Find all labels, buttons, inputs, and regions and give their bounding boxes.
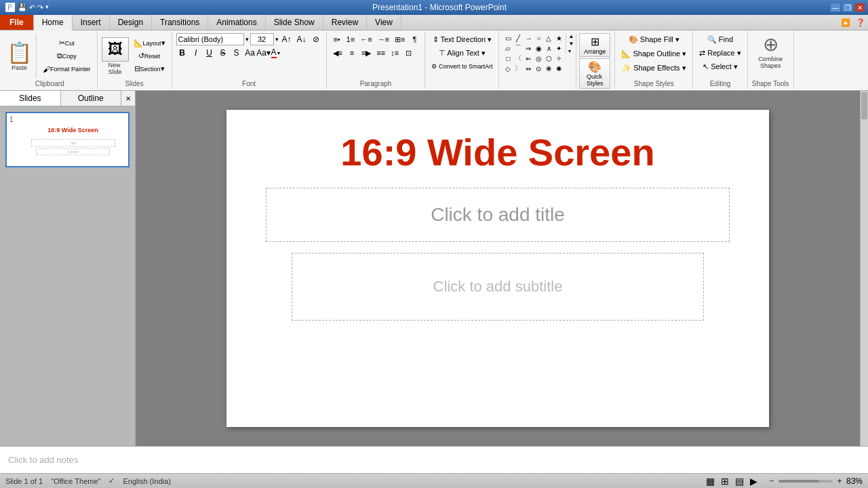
shape-11-btn[interactable]: ◎ xyxy=(534,54,543,63)
increase-indent-btn[interactable]: →≡ xyxy=(376,33,391,45)
font-name-arrow[interactable]: ▾ xyxy=(245,36,249,43)
tab-slideshow[interactable]: Slide Show xyxy=(266,15,323,30)
save-btn[interactable]: 💾 xyxy=(18,3,27,12)
shape-6-btn[interactable]: ∧ xyxy=(544,43,553,53)
align-text-btn[interactable]: ⊤ Align Text ▾ xyxy=(429,47,494,59)
shape-13-btn[interactable]: ✧ xyxy=(554,54,564,63)
tab-view[interactable]: View xyxy=(367,15,401,30)
shape-18-btn[interactable]: ❋ xyxy=(544,64,553,73)
justify-btn[interactable]: ≡≡ xyxy=(374,47,387,59)
bold-button[interactable]: B xyxy=(176,47,189,59)
shape-fill-btn[interactable]: 🎨 Shape Fill ▾ xyxy=(619,33,688,45)
paragraph-direction-btn[interactable]: ¶ xyxy=(408,33,420,45)
close-btn[interactable]: ✕ xyxy=(854,3,865,12)
shapes-scroll-down[interactable]: ▼ xyxy=(568,41,574,47)
maximize-btn[interactable]: ❐ xyxy=(842,3,853,12)
smart-art-btn[interactable]: ⊡ xyxy=(402,47,414,59)
increase-font-btn[interactable]: A↑ xyxy=(280,33,294,45)
paste-button[interactable]: 📋 Paste xyxy=(7,33,37,79)
quick-styles-button[interactable]: 🎨 QuickStyles xyxy=(579,58,610,89)
section-button[interactable]: ⊟ Section ▾ xyxy=(132,63,167,75)
align-left-btn[interactable]: ◀≡ xyxy=(331,47,344,59)
column-btn[interactable]: ⊞≡ xyxy=(393,33,407,45)
shape-outline-btn[interactable]: 📐 Shape Outline ▾ xyxy=(619,47,688,60)
tab-design[interactable]: Design xyxy=(110,15,152,30)
sidebar-close-btn[interactable]: ✕ xyxy=(121,91,135,106)
reset-button[interactable]: ↺ Reset xyxy=(132,50,167,62)
underline-button[interactable]: U xyxy=(203,47,216,59)
char-spacing-btn[interactable]: Aa xyxy=(244,47,256,59)
reading-view-btn[interactable]: ▤ xyxy=(733,475,746,487)
shapes-more-btn[interactable]: ▾ xyxy=(568,48,574,54)
shape-7-btn[interactable]: ✦ xyxy=(554,43,564,53)
clear-format-btn[interactable]: ⊘ xyxy=(310,33,322,45)
shape-effects-btn[interactable]: ✨ Shape Effects ▾ xyxy=(619,62,688,74)
shape-rect-btn[interactable]: ▭ xyxy=(503,33,513,43)
copy-button[interactable]: ⧉ Copy xyxy=(41,50,93,62)
tab-transitions[interactable]: Transitions xyxy=(152,15,208,30)
shape-4-btn[interactable]: ⇒ xyxy=(524,43,533,53)
font-name-input[interactable] xyxy=(176,33,244,45)
font-size-input[interactable] xyxy=(250,33,274,45)
tab-insert[interactable]: Insert xyxy=(73,15,110,30)
font-size-arrow[interactable]: ▾ xyxy=(275,36,279,43)
slideshow-btn[interactable]: ▶ xyxy=(748,475,760,487)
shape-16-btn[interactable]: ⇔ xyxy=(524,64,533,73)
strikethrough-button[interactable]: S xyxy=(217,47,229,59)
shape-8-btn[interactable]: □ xyxy=(503,54,513,63)
line-spacing-btn[interactable]: ↕≡ xyxy=(389,47,401,59)
italic-button[interactable]: I xyxy=(190,47,202,59)
decrease-font-btn[interactable]: A↓ xyxy=(295,33,309,45)
combine-shapes-button[interactable]: ⊕ CombineShapes xyxy=(758,33,783,69)
layout-button[interactable]: 📐 Layout ▾ xyxy=(132,37,167,49)
slide-thumbnail-1[interactable]: 1 16:9 Wide Screen Title Subtitle xyxy=(5,112,130,167)
notes-area[interactable]: Click to add notes xyxy=(0,446,868,473)
title-placeholder-box[interactable]: Click to add title xyxy=(266,188,730,242)
replace-button[interactable]: ⇄ Replace ▾ xyxy=(697,47,743,59)
zoom-in-btn[interactable]: ＋ xyxy=(835,475,844,487)
ribbon-collapse-btn[interactable]: 🔼 xyxy=(838,15,853,30)
tab-home[interactable]: Home xyxy=(34,15,73,30)
shape-14-btn[interactable]: ◇ xyxy=(503,64,513,73)
tab-outline[interactable]: Outline xyxy=(61,91,122,106)
cut-button[interactable]: ✂ Cut xyxy=(41,37,93,49)
normal-view-btn[interactable]: ▦ xyxy=(704,475,717,487)
shape-star-btn[interactable]: ★ xyxy=(554,33,564,43)
shapes-scroll-up[interactable]: ▲ xyxy=(568,33,574,39)
new-slide-button[interactable]: 🖼 NewSlide xyxy=(102,37,129,75)
zoom-slider[interactable] xyxy=(778,480,833,483)
bullets-btn[interactable]: ≡• xyxy=(331,33,343,45)
ribbon-help-btn[interactable]: ❓ xyxy=(853,15,868,30)
minimize-btn[interactable]: — xyxy=(830,3,841,12)
decrease-indent-btn[interactable]: ←≡ xyxy=(358,33,374,45)
shape-19-btn[interactable]: ✺ xyxy=(554,64,564,73)
numbering-btn[interactable]: 1≡ xyxy=(344,33,357,45)
shape-tri-btn[interactable]: △ xyxy=(544,33,553,43)
slide-sorter-btn[interactable]: ⊞ xyxy=(719,475,731,487)
slide-canvas[interactable]: 16:9 Wide Screen Click to add title Clic… xyxy=(226,110,769,427)
convert-smartart-btn[interactable]: ⚙ Convert to SmartArt xyxy=(429,60,494,73)
redo-btn[interactable]: ↷ xyxy=(37,3,43,12)
tab-slides[interactable]: Slides xyxy=(0,91,61,106)
zoom-out-btn[interactable]: － xyxy=(768,475,776,487)
tab-file[interactable]: File xyxy=(0,15,34,30)
shape-15-btn[interactable]: 〉 xyxy=(513,64,523,73)
shape-5-btn[interactable]: ◉ xyxy=(534,43,543,53)
shape-9-btn[interactable]: 〈 xyxy=(513,54,523,63)
select-button[interactable]: ↖ Select ▾ xyxy=(697,60,743,73)
tab-review[interactable]: Review xyxy=(323,15,367,30)
shadow-button[interactable]: S xyxy=(231,47,243,59)
shape-3-btn[interactable]: ⌒ xyxy=(513,43,523,53)
spell-check-icon[interactable]: ✓ xyxy=(108,476,115,485)
format-painter-button[interactable]: 🖌 Format Painter xyxy=(41,63,93,75)
shape-2-btn[interactable]: ▱ xyxy=(503,43,513,53)
tab-animations[interactable]: Animations xyxy=(208,15,265,30)
arrange-button[interactable]: ⊞ Arrange xyxy=(579,33,610,57)
shape-12-btn[interactable]: ⬡ xyxy=(544,54,553,63)
align-right-btn[interactable]: ≡▶ xyxy=(359,47,373,59)
shape-17-btn[interactable]: ⊙ xyxy=(534,64,543,73)
change-case-btn[interactable]: Aa▾ xyxy=(258,47,270,59)
shape-10-btn[interactable]: ⇐ xyxy=(524,54,533,63)
vertical-scrollbar[interactable] xyxy=(860,91,868,446)
text-direction-btn[interactable]: ⇕ Text Direction ▾ xyxy=(429,33,494,45)
